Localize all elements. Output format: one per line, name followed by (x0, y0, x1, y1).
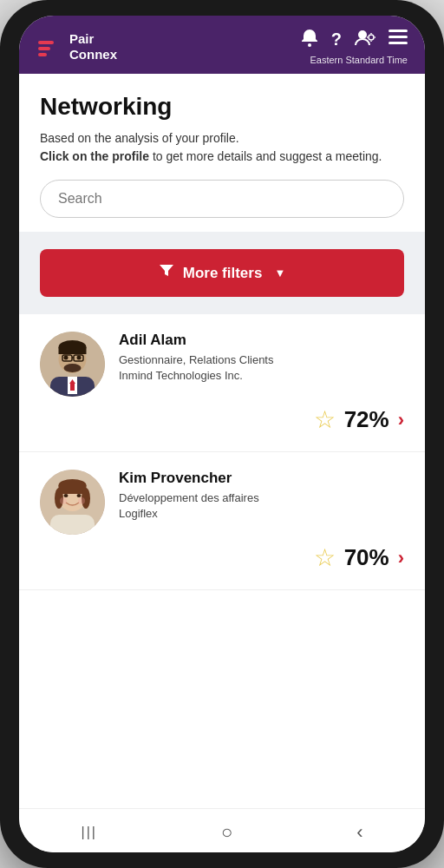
match-percent-kim: 70% (344, 544, 389, 571)
profile-name-kim: Kim Provencher (119, 470, 404, 487)
svg-point-22 (64, 356, 69, 360)
profiles-list: Adil Alam Gestionnaire, Relations Client… (19, 314, 425, 608)
avatar-adil (40, 332, 105, 397)
profile-top-kim: Kim Provencher Développement des affaire… (40, 470, 404, 535)
svg-point-21 (64, 364, 82, 372)
filter-section: More filters ▼ (19, 232, 425, 314)
svg-rect-17 (70, 384, 75, 391)
svg-point-23 (77, 356, 82, 360)
phone-frame: Pair Connex ? (0, 0, 444, 868)
svg-point-3 (308, 43, 311, 47)
timezone-label: Eastern Standard Time (310, 55, 408, 65)
profile-top-adil: Adil Alam Gestionnaire, Relations Client… (40, 332, 404, 397)
page-title: Networking (40, 93, 404, 121)
profile-name-adil: Adil Alam (119, 332, 404, 349)
svg-point-4 (358, 30, 367, 39)
menu-icon[interactable] (388, 30, 408, 49)
profile-role-adil: Gestionnaire, Relations Clients Inmind T… (119, 352, 404, 384)
logo-area: Pair Connex (36, 31, 117, 62)
svg-rect-20 (59, 347, 87, 354)
logo-text: Pair Connex (69, 31, 117, 62)
arrow-right-kim[interactable]: › (398, 547, 404, 569)
profile-role-kim: Développement des affaires Logiflex (119, 490, 404, 522)
phone-screen: Pair Connex ? (19, 16, 425, 852)
svg-rect-28 (50, 515, 95, 535)
recent-apps-icon[interactable]: ||| (81, 825, 96, 840)
bottom-nav: ||| ○ ‹ (19, 808, 425, 852)
avatar-kim (40, 470, 105, 535)
bell-icon[interactable] (300, 28, 319, 51)
header-right: ? (300, 28, 408, 65)
svg-point-36 (60, 497, 67, 504)
help-icon[interactable]: ? (331, 30, 342, 49)
profile-card-kim[interactable]: Kim Provencher Développement des affaire… (19, 452, 425, 590)
home-icon[interactable]: ○ (221, 821, 232, 844)
profile-info-kim: Kim Provencher Développement des affaire… (119, 470, 404, 522)
main-content: Networking Based on the analysis of your… (19, 74, 425, 808)
more-filters-button[interactable]: More filters ▼ (40, 249, 404, 297)
filter-button-label: More filters (183, 265, 263, 282)
svg-rect-31 (59, 485, 87, 494)
svg-rect-1 (38, 47, 50, 50)
back-icon[interactable]: ‹ (356, 821, 362, 844)
page-subtitle: Based on the analysis of your profile. C… (40, 129, 404, 166)
svg-rect-11 (388, 36, 408, 38)
svg-rect-10 (388, 30, 408, 32)
app-header: Pair Connex ? (19, 16, 425, 74)
star-icon-kim[interactable]: ☆ (314, 543, 336, 572)
svg-rect-2 (38, 53, 47, 56)
profile-card-adil[interactable]: Adil Alam Gestionnaire, Relations Client… (19, 314, 425, 452)
top-section: Networking Based on the analysis of your… (19, 74, 425, 232)
chevron-down-icon: ▼ (274, 266, 285, 279)
svg-point-34 (64, 494, 69, 497)
logo-icon (36, 34, 62, 60)
arrow-right-adil[interactable]: › (398, 409, 404, 431)
profile-footer-adil: ☆ 72% › (40, 405, 404, 434)
filter-icon (159, 263, 174, 283)
header-icons: ? (300, 28, 408, 51)
profile-info-adil: Adil Alam Gestionnaire, Relations Client… (119, 332, 404, 384)
match-percent-adil: 72% (344, 406, 389, 433)
svg-point-5 (369, 35, 374, 40)
search-input[interactable] (40, 180, 404, 218)
star-icon-adil[interactable]: ☆ (314, 405, 336, 434)
svg-rect-0 (38, 41, 54, 44)
profile-footer-kim: ☆ 70% › (40, 543, 404, 572)
svg-point-37 (78, 497, 85, 504)
svg-point-35 (77, 494, 82, 497)
user-settings-icon[interactable] (354, 28, 376, 51)
svg-rect-12 (388, 42, 408, 44)
